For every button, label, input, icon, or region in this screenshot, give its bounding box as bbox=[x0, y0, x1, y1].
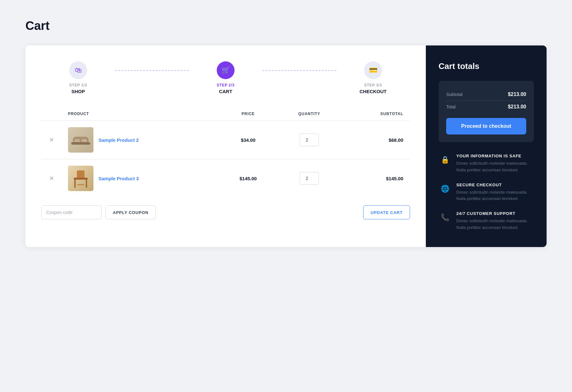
trust-secure-title: SECURE CHECKOUT bbox=[456, 182, 534, 187]
cart-totals-title: Cart totals bbox=[439, 61, 534, 71]
main-container: 🛍 STEP 1/3 SHOP 🛒 STEP 2/3 CART 💳 bbox=[25, 45, 547, 247]
total-value: $213.00 bbox=[508, 104, 526, 110]
trust-safe-title: YOUR INFORMATION IS SAFE bbox=[456, 154, 534, 158]
step-checkout: 💳 STEP 3/3 CHECKOUT bbox=[336, 61, 410, 94]
step-shop-name: SHOP bbox=[72, 89, 85, 94]
step-checkout-name: CHECKOUT bbox=[360, 89, 387, 94]
coupon-input[interactable] bbox=[41, 205, 102, 219]
table-row: ✕ Sample Product 2 $34.00 $68.00 bbox=[42, 121, 410, 159]
col-subtotal: SUBTOTAL bbox=[342, 107, 410, 121]
col-product: PRODUCT bbox=[62, 107, 220, 121]
trust-items: 🔒 YOUR INFORMATION IS SAFE Donec sollici… bbox=[439, 154, 534, 231]
price-cell: $145.00 bbox=[220, 159, 276, 198]
step-cart-name: CART bbox=[219, 89, 232, 94]
cart-section: 🛍 STEP 1/3 SHOP 🛒 STEP 2/3 CART 💳 bbox=[25, 45, 426, 247]
step-shop-number: STEP 1/3 bbox=[69, 83, 87, 87]
subtotal-row: Subtotal $213.00 bbox=[446, 88, 526, 101]
product-cell: Sample Product 3 bbox=[68, 166, 214, 191]
trust-item-support: 📞 24/7 CUSTOMER SUPPORT Donec sollicitud… bbox=[439, 211, 534, 231]
step-cart-number: STEP 2/3 bbox=[217, 83, 235, 87]
step-cart: 🛒 STEP 2/3 CART bbox=[189, 61, 262, 94]
trust-support-icon: 📞 bbox=[439, 211, 451, 224]
checkout-button[interactable]: Proceed to checkout bbox=[446, 118, 526, 134]
step-line-2 bbox=[262, 70, 336, 71]
product-link[interactable]: Sample Product 2 bbox=[99, 137, 139, 143]
remove-item-button[interactable]: ✕ bbox=[48, 135, 55, 145]
apply-coupon-button[interactable]: APPLY COUPON bbox=[106, 205, 156, 219]
subtotal-cell: $68.00 bbox=[342, 121, 410, 159]
step-checkout-circle: 💳 bbox=[364, 61, 382, 79]
cart-table: PRODUCT PRICE QUANTITY SUBTOTAL ✕ Sample… bbox=[41, 107, 410, 198]
trust-safe-desc: Donec sollicitudin molestie malesuada. N… bbox=[456, 160, 534, 174]
table-row: ✕ Sample Product 3 $145.00 $145.00 bbox=[42, 159, 410, 198]
subtotal-cell: $145.00 bbox=[342, 159, 410, 198]
quantity-input[interactable] bbox=[300, 134, 319, 146]
col-quantity: QUANTITY bbox=[276, 107, 342, 121]
coupon-row: APPLY COUPON UPDATE CART bbox=[41, 205, 410, 219]
step-checkout-number: STEP 3/3 bbox=[364, 83, 382, 87]
price-cell: $34.00 bbox=[220, 121, 276, 159]
trust-secure-desc: Donec sollicitudin molestie malesuada. N… bbox=[456, 189, 534, 203]
sidebar-section: Cart totals Subtotal $213.00 Total $213.… bbox=[426, 45, 547, 247]
cart-icon: 🛒 bbox=[221, 66, 230, 74]
remove-item-button[interactable]: ✕ bbox=[48, 174, 55, 183]
total-row: Total $213.00 bbox=[446, 101, 526, 113]
svg-rect-3 bbox=[71, 142, 90, 145]
page-title: Cart bbox=[25, 19, 547, 33]
quantity-input[interactable] bbox=[300, 172, 319, 185]
product-link[interactable]: Sample Product 3 bbox=[99, 176, 139, 181]
col-price: PRICE bbox=[220, 107, 276, 121]
total-label: Total bbox=[446, 104, 456, 109]
trust-safe-content: YOUR INFORMATION IS SAFE Donec sollicitu… bbox=[456, 154, 534, 174]
subtotal-value: $213.00 bbox=[508, 92, 526, 97]
svg-rect-5 bbox=[74, 178, 88, 180]
trust-item-safe: 🔒 YOUR INFORMATION IS SAFE Donec sollici… bbox=[439, 154, 534, 174]
shop-icon: 🛍 bbox=[75, 66, 82, 74]
trust-item-secure: 🌐 SECURE CHECKOUT Donec sollicitudin mol… bbox=[439, 182, 534, 203]
trust-support-title: 24/7 CUSTOMER SUPPORT bbox=[456, 211, 534, 216]
step-cart-circle: 🛒 bbox=[217, 61, 235, 79]
trust-secure-content: SECURE CHECKOUT Donec sollicitudin moles… bbox=[456, 182, 534, 203]
trust-support-desc: Donec sollicitudin molestie malesuada. N… bbox=[456, 218, 534, 231]
checkout-icon: 💳 bbox=[369, 66, 378, 74]
trust-support-content: 24/7 CUSTOMER SUPPORT Donec sollicitudin… bbox=[456, 211, 534, 231]
step-shop: 🛍 STEP 1/3 SHOP bbox=[41, 61, 115, 94]
product-cell: Sample Product 2 bbox=[68, 127, 214, 153]
update-cart-button[interactable]: UPDATE CART bbox=[363, 205, 410, 219]
col-remove bbox=[42, 107, 62, 121]
subtotal-label: Subtotal bbox=[446, 92, 462, 97]
steps-container: 🛍 STEP 1/3 SHOP 🛒 STEP 2/3 CART 💳 bbox=[41, 61, 410, 94]
step-shop-circle: 🛍 bbox=[69, 61, 87, 79]
trust-safe-icon: 🔒 bbox=[439, 154, 451, 166]
step-line-1 bbox=[115, 70, 189, 71]
trust-secure-icon: 🌐 bbox=[439, 182, 451, 195]
totals-card: Subtotal $213.00 Total $213.00 Proceed t… bbox=[439, 81, 534, 142]
